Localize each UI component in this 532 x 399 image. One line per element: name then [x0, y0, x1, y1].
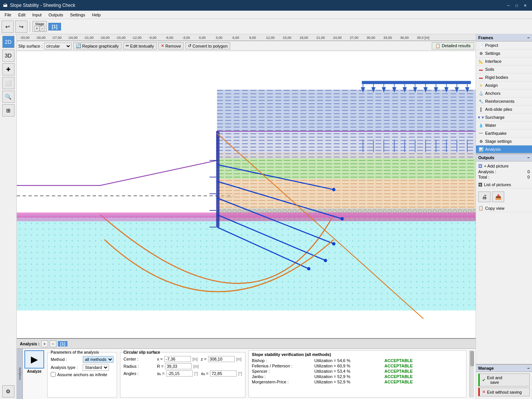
redo-button[interactable]: ↪ [15, 21, 27, 33]
analyze-btn-area: ▶ Analyze [24, 350, 44, 397]
x-input[interactable] [164, 356, 191, 362]
minimize-button[interactable]: ─ [505, 2, 512, 9]
add-picture-icon: 🖼 [478, 164, 482, 168]
right-item-surcharge[interactable]: ▼▼ Surcharge [476, 113, 532, 121]
soils-label: Soils [485, 67, 494, 72]
scrollbar-thumb[interactable] [470, 351, 474, 366]
menu-outputs[interactable]: Outputs [45, 12, 66, 18]
maximize-button[interactable]: □ [513, 2, 521, 9]
export-button[interactable]: 📤 [492, 192, 504, 202]
bottom-tabs: Analysis : + − [1] [17, 339, 476, 349]
menu-edit[interactable]: Edit [15, 12, 29, 18]
btn-2d[interactable]: 2D [2, 36, 14, 48]
exit-and-save-button[interactable]: ✔ Exit andsave [478, 373, 530, 386]
replace-graphically-button[interactable]: 🔄 Replace graphically [73, 42, 122, 49]
btn-3d[interactable]: 3D [2, 49, 14, 62]
frames-collapse-icon[interactable]: − [527, 35, 530, 40]
slip-type-select[interactable]: circular polygonal auto [44, 43, 72, 49]
btn-zoom[interactable]: 🔍 [2, 91, 14, 103]
menu-input[interactable]: Input [29, 12, 45, 18]
print-button[interactable]: 🖨 [478, 192, 490, 202]
right-item-earthquake[interactable]: 〰 Earthquake [476, 129, 532, 137]
result-row-bishop: Bishop : Utilization = 54,6 % ACCEPTABLE [252, 358, 463, 363]
outputs-label: Outputs [478, 155, 494, 160]
stage-minus-button[interactable]: − [40, 26, 45, 31]
right-item-reinforcements[interactable]: 🔧 Reinforcements [476, 97, 532, 105]
svg-text:24,00: 24,00 [333, 36, 342, 40]
outputs-collapse-icon[interactable]: − [527, 155, 530, 160]
anchors-label: Anchors [485, 91, 500, 96]
svg-text:9,00: 9,00 [249, 36, 256, 40]
add-analysis-button[interactable]: + [41, 340, 48, 347]
analyze-button[interactable]: ▶ [24, 350, 44, 369]
btn-extent[interactable]: ⊞ [2, 104, 14, 117]
right-item-soils[interactable]: ▬ Soils [476, 65, 532, 73]
undo-button[interactable]: ↩ [2, 21, 14, 33]
right-item-interface[interactable]: 📐 Interface [476, 57, 532, 65]
remove-button[interactable]: ✕ Remove [158, 42, 184, 49]
copy-view-label: Copy view [485, 206, 505, 211]
outputs-header: Outputs − [476, 154, 532, 161]
exit-without-saving-button[interactable]: ✕ Exit without saving [478, 388, 530, 396]
right-item-project[interactable]: 📄 Project [476, 41, 532, 49]
alpha2-input[interactable] [210, 370, 237, 377]
svg-rect-34 [217, 89, 476, 131]
copy-view-button[interactable]: 📋 Copy view [476, 204, 532, 212]
x-unit: [m] [192, 357, 198, 361]
z-input[interactable] [208, 356, 235, 362]
alpha1-input[interactable] [166, 370, 193, 377]
menu-file[interactable]: File [2, 12, 14, 18]
total-count-label: Total : [478, 175, 489, 179]
result-value-morgenstern: Utilization = 52,9 % [314, 380, 383, 384]
result-row-spencer: Spencer : Utilization = 53,4 % ACCEPTABL… [252, 369, 463, 373]
edit-textually-button[interactable]: ✏ Edit textually [123, 42, 157, 49]
right-item-assign[interactable]: ≋ Assign [476, 81, 532, 89]
svg-text:6,00: 6,00 [232, 36, 239, 40]
menu-settings[interactable]: Settings [67, 12, 88, 18]
r-unit: [m] [193, 364, 199, 369]
right-item-rigid-bodies[interactable]: ▬ Rigid bodies [476, 73, 532, 81]
assume-anchors-label: Assume anchors as infinite [57, 372, 107, 377]
right-item-anchors[interactable]: ⚓ Anchors [476, 89, 532, 97]
r-eq-label: R = [157, 364, 163, 369]
svg-text:12,00: 12,00 [266, 36, 275, 40]
menu-help[interactable]: Help [89, 12, 104, 18]
left-toolbar: 2D 3D ✚ ⬜ 🔍 ⊞ ⚙ [0, 34, 17, 399]
manage-collapse-icon[interactable]: − [527, 366, 530, 370]
params-legend: Parameters of the analysis [51, 350, 99, 354]
side-label-text: Analysis [18, 367, 22, 380]
right-item-settings[interactable]: ⚙ Settings [476, 49, 532, 57]
r-input[interactable] [165, 363, 192, 369]
settings-gear-button[interactable]: ⚙ [2, 385, 14, 397]
convert-polygon-button[interactable]: ↺ Convert to polygon [185, 42, 230, 49]
interface-label: Interface [485, 59, 502, 64]
canvas-viewport[interactable]: -33,00 -30,00 -27,00 -24,00 -21,00 -18,0… [17, 34, 476, 338]
right-item-anti-slide-piles[interactable]: ║ Anti-slide piles [476, 105, 532, 113]
right-item-stage-settings[interactable]: ⚙ Stage settings [476, 137, 532, 145]
analysis-count-label: Analysis : [478, 169, 496, 174]
result-status-janbu: ACCEPTABLE [385, 374, 413, 379]
btn-select[interactable]: ⬜ [2, 77, 14, 89]
earthquake-label: Earthquake [485, 131, 506, 136]
right-item-analysis[interactable]: 📊 Analysis [476, 145, 532, 153]
remove-analysis-button[interactable]: − [50, 340, 56, 347]
circular-group: Circular slip surface Center : x = [m] z… [120, 350, 245, 397]
stage-plus-button[interactable]: + [34, 26, 40, 31]
title-text: Slope Stability - Sheeting Check [10, 3, 75, 8]
svg-text:18,00: 18,00 [300, 36, 308, 40]
results-scrollbar[interactable] [470, 350, 474, 397]
method-select[interactable]: all methods Bishop Spencer [83, 356, 114, 363]
right-item-water[interactable]: 💧 Water [476, 121, 532, 129]
detailed-results-button[interactable]: 📋 Detailed results [432, 42, 474, 49]
anchors-icon: ⚓ [478, 91, 484, 96]
ruler-svg: -33,00 -30,00 -27,00 -24,00 -21,00 -18,0… [17, 34, 476, 41]
geo-canvas[interactable] [17, 41, 476, 338]
analysis-tab-label: Analysis : [20, 342, 40, 346]
assume-anchors-checkbox[interactable] [51, 372, 56, 377]
close-button[interactable]: ✕ [521, 2, 529, 9]
add-picture-button[interactable]: 🖼 + Add picture [478, 163, 530, 169]
btn-move[interactable]: ✚ [2, 63, 14, 75]
toolbar: ↩ ↪ Stage + − [1] [0, 19, 532, 34]
list-of-pictures-button[interactable]: 🖼 List of pictures [476, 181, 532, 188]
analysis-type-select[interactable]: Standard [83, 364, 109, 371]
